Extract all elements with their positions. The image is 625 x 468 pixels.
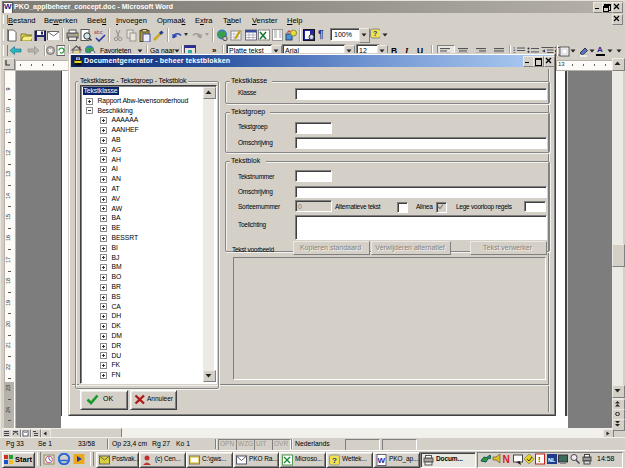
svg-text:W: W: [378, 456, 386, 465]
svg-text:NL: NL: [548, 457, 556, 463]
svg-text:c: c: [100, 29, 103, 35]
svg-text:1: 1: [513, 47, 516, 52]
svg-text:?: ?: [373, 30, 377, 37]
svg-text:N: N: [503, 454, 510, 465]
svg-text:?: ?: [332, 456, 337, 465]
svg-text:ab: ab: [94, 29, 100, 35]
svg-text:!: !: [538, 455, 541, 464]
